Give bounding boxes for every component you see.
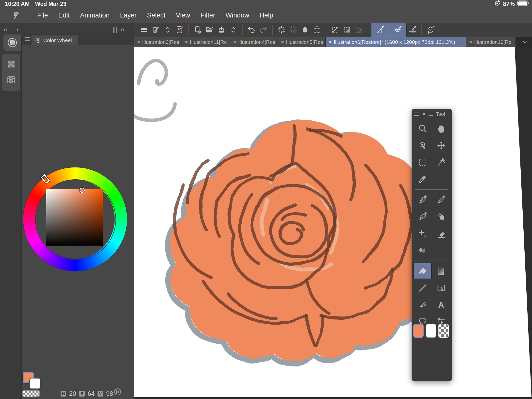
- tool-text[interactable]: A: [432, 296, 450, 313]
- doc-tab-illustration3[interactable]: Illustration3[Res: [134, 37, 182, 47]
- hue-value: 20: [68, 390, 77, 397]
- tool-move-layer[interactable]: [432, 137, 450, 154]
- document-tab-bar: Illustration3[Res Illustration11[Re Illu…: [134, 37, 532, 47]
- tab-label: Color Wheel: [43, 37, 72, 43]
- chevron-down-icon: [522, 38, 529, 46]
- tool-palette: × Tool A: [412, 109, 452, 381]
- menu-edit[interactable]: Edit: [53, 10, 75, 21]
- doc-tab-illustration4[interactable]: Illustration4[Res: [230, 37, 278, 47]
- tool-brush[interactable]: [413, 208, 432, 225]
- menu-animation[interactable]: Animation: [75, 10, 115, 21]
- doc-tab-illustration5[interactable]: Illustration5[Res: [278, 37, 325, 47]
- snap-to-special-ruler-button[interactable]: [389, 23, 407, 37]
- clear-selection-icon[interactable]: [299, 24, 311, 36]
- invert-selection-icon[interactable]: [341, 24, 353, 36]
- canvas-workspace[interactable]: [134, 47, 532, 399]
- drag-grip-icon[interactable]: [113, 27, 117, 33]
- collapse-section-icon[interactable]: [162, 24, 174, 36]
- tool-pencil[interactable]: [432, 192, 450, 208]
- menu-file[interactable]: File: [32, 10, 53, 21]
- tab-status-dot: [469, 41, 472, 43]
- menu-help[interactable]: Help: [254, 10, 279, 21]
- clip-studio-paint-app: 10:20 AM Wed Mar 23 87% File Edit Animat…: [0, 0, 532, 399]
- color-wheel-tab-icon: [35, 37, 41, 43]
- transparent-color-swatch[interactable]: [22, 390, 40, 397]
- main-menu-icon[interactable]: [138, 24, 150, 36]
- selection-border-icon[interactable]: [353, 24, 365, 36]
- tool-zoom[interactable]: [413, 120, 432, 137]
- doc-tab-illustration11[interactable]: Illustration11[Re: [182, 37, 230, 47]
- clip-studio-app-icon[interactable]: [174, 24, 185, 36]
- palette-sub-color[interactable]: [426, 324, 436, 338]
- tool-selection-area[interactable]: [413, 154, 432, 171]
- doc-tab-label: Illustration11[Re: [190, 39, 227, 45]
- tab-overflow-button[interactable]: [518, 37, 532, 47]
- tool-frame-border[interactable]: [432, 280, 450, 296]
- chevron-double-right-icon[interactable]: »: [120, 26, 124, 34]
- palette-menu-icon[interactable]: [414, 113, 419, 116]
- panel-menu-icon[interactable]: [22, 37, 32, 46]
- palette-main-color[interactable]: [413, 324, 424, 338]
- tab-status-dot: [281, 41, 284, 43]
- undo-icon[interactable]: [246, 24, 257, 36]
- new-canvas-icon[interactable]: [192, 24, 204, 36]
- palette-transparent-color[interactable]: [438, 324, 449, 338]
- tool-palette-header[interactable]: × Tool: [412, 109, 452, 119]
- save-file-icon[interactable]: [216, 24, 227, 36]
- tool-decoration[interactable]: [413, 225, 432, 242]
- sidebar-item-animation-cels[interactable]: [6, 74, 17, 86]
- open-file-icon[interactable]: [204, 24, 216, 36]
- transform-frame-icon[interactable]: [311, 24, 323, 36]
- reselect-icon[interactable]: [287, 24, 299, 36]
- menu-layer[interactable]: Layer: [115, 10, 142, 21]
- sidebar-item-color-wheel[interactable]: [3, 34, 21, 51]
- sv-marker[interactable]: [80, 188, 85, 193]
- doc-tab-label: Illustration10[Re: [474, 39, 512, 45]
- menu-filter[interactable]: Filter: [195, 10, 220, 21]
- canvas-document[interactable]: [134, 47, 532, 399]
- redo-icon[interactable]: [257, 24, 269, 36]
- tool-eyedropper[interactable]: [413, 171, 432, 187]
- tool-auto-select[interactable]: [432, 154, 450, 171]
- saturation-value-square[interactable]: [46, 189, 103, 246]
- value-value: 98: [105, 390, 114, 397]
- palette-title: Tool: [436, 111, 445, 117]
- tool-correct-line[interactable]: [413, 296, 432, 313]
- color-panel-tabstrip: Color Wheel: [22, 33, 134, 45]
- tool-pen[interactable]: [413, 192, 432, 208]
- snap-to-grid-button[interactable]: [407, 24, 418, 36]
- doc-tab-illustration6-active[interactable]: Illustration6[Restore]* (1600 x 1200px 7…: [326, 37, 466, 47]
- sub-color-swatch[interactable]: [30, 378, 40, 389]
- collapse-file-group-icon[interactable]: [227, 24, 239, 36]
- tool-operation-3d[interactable]: [413, 137, 432, 154]
- doc-tab-illustration10[interactable]: Illustration10[Re: [466, 37, 515, 47]
- color-mode-toggle-icon[interactable]: [113, 388, 122, 397]
- tablet-pen-settings-icon[interactable]: [150, 24, 162, 36]
- tab-color-wheel[interactable]: Color Wheel: [32, 35, 78, 45]
- clip-studio-logo[interactable]: [11, 10, 21, 20]
- menu-view[interactable]: View: [171, 10, 195, 21]
- tool-figure[interactable]: [413, 280, 432, 296]
- tab-status-dot: [329, 41, 332, 43]
- battery-percent: 87%: [503, 0, 515, 7]
- tool-eraser[interactable]: [432, 225, 450, 242]
- palette-separator: [415, 189, 448, 190]
- saturation-value: 64: [87, 390, 96, 397]
- menu-window[interactable]: Window: [220, 10, 254, 21]
- snap-to-ruler-button[interactable]: [371, 23, 389, 37]
- menu-select[interactable]: Select: [142, 10, 171, 21]
- tool-fill[interactable]: [413, 263, 432, 279]
- status-bar: 10:20 AM Wed Mar 23 87%: [0, 0, 532, 8]
- tool-hand[interactable]: [432, 120, 450, 137]
- deselect-icon[interactable]: [329, 24, 341, 36]
- tool-blend[interactable]: [413, 242, 432, 259]
- help-icon[interactable]: ?: [425, 24, 437, 36]
- palette-minimize-icon[interactable]: [429, 115, 433, 116]
- tool-gradient[interactable]: [432, 263, 450, 280]
- tool-airbrush[interactable]: [432, 208, 450, 225]
- chevron-double-left-icon[interactable]: «: [3, 26, 8, 34]
- sidebar-item-swatches[interactable]: [6, 59, 17, 70]
- chevron-left-icon[interactable]: ‹: [17, 26, 19, 34]
- tab-status-dot: [137, 41, 140, 43]
- palette-close-icon[interactable]: ×: [422, 111, 426, 117]
